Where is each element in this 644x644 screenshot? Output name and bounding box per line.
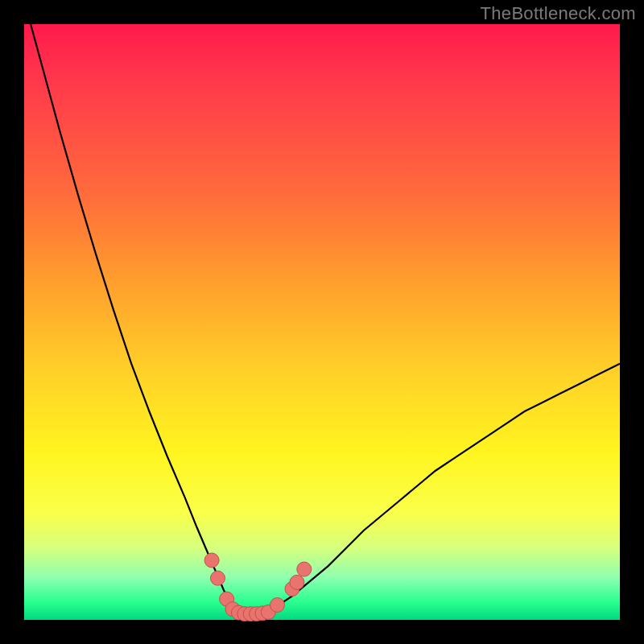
chart-marker bbox=[290, 575, 304, 589]
chart-svg bbox=[24, 24, 620, 620]
watermark-text: TheBottleneck.com bbox=[481, 3, 636, 24]
bottleneck-curve bbox=[24, 0, 620, 613]
chart-frame: TheBottleneck.com bbox=[0, 0, 644, 644]
chart-marker bbox=[297, 562, 312, 576]
chart-plot-area bbox=[24, 24, 620, 620]
chart-marker bbox=[270, 598, 285, 613]
chart-markers bbox=[204, 553, 312, 621]
chart-marker bbox=[211, 571, 225, 585]
chart-marker bbox=[204, 553, 219, 568]
